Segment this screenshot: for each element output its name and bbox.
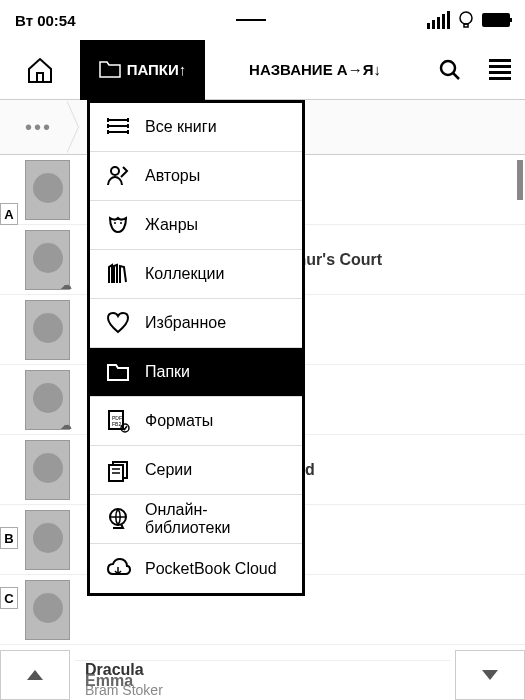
svg-line-2 <box>453 73 459 79</box>
signal-icon <box>427 11 450 29</box>
dd-authors[interactable]: Авторы <box>90 152 302 201</box>
menu-button[interactable] <box>475 59 525 80</box>
letter-C[interactable]: C <box>0 587 18 609</box>
home-button[interactable] <box>0 55 80 85</box>
dd-genres[interactable]: Жанры <box>90 201 302 250</box>
scrollbar[interactable] <box>517 160 523 200</box>
page-down-button[interactable] <box>455 650 525 700</box>
folders-tab[interactable]: ПАПКИ↑ <box>80 40 205 100</box>
battery-icon <box>482 13 510 27</box>
svg-point-5 <box>120 222 122 224</box>
dd-favorites[interactable]: Избранное <box>90 299 302 348</box>
dd-formats[interactable]: PDFFB2Форматы <box>90 397 302 446</box>
next-book[interactable]: Emma <box>75 660 450 700</box>
letter-B[interactable]: B <box>0 527 18 549</box>
svg-point-3 <box>111 167 119 175</box>
dd-folders[interactable]: Папки <box>90 348 302 397</box>
status-bar: Вт 00:54 <box>0 0 525 40</box>
svg-point-0 <box>460 12 472 24</box>
dropdown-menu: Все книги Авторы Жанры Коллекции Избранн… <box>87 100 305 596</box>
search-button[interactable] <box>425 58 475 82</box>
drag-handle[interactable] <box>236 19 266 21</box>
svg-point-4 <box>114 222 116 224</box>
dd-collections[interactable]: Коллекции <box>90 250 302 299</box>
sort-button[interactable]: НАЗВАНИЕ А→Я↓ <box>205 61 425 78</box>
dd-cloud[interactable]: PocketBook Cloud <box>90 544 302 593</box>
svg-text:FB2: FB2 <box>112 421 121 427</box>
breadcrumb-dots[interactable]: ••• <box>10 116 67 139</box>
letter-A[interactable]: A <box>0 203 18 225</box>
svg-point-1 <box>441 61 455 75</box>
toolbar: ПАПКИ↑ НАЗВАНИЕ А→Я↓ <box>0 40 525 100</box>
dd-online[interactable]: Онлайн-библиотеки <box>90 495 302 544</box>
clock: Вт 00:54 <box>15 12 76 29</box>
dd-all-books[interactable]: Все книги <box>90 103 302 152</box>
dd-series[interactable]: Серии <box>90 446 302 495</box>
page-up-button[interactable] <box>0 650 70 700</box>
bulb-icon[interactable] <box>458 10 474 30</box>
